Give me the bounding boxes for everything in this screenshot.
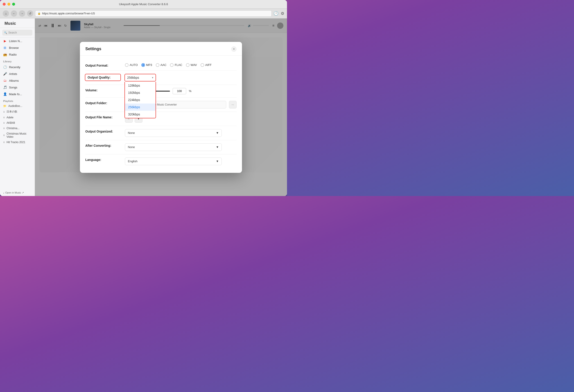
search-box[interactable]: 🔍 Search xyxy=(2,30,32,36)
format-radio-group: AUTO MP3 xyxy=(125,63,212,67)
playlist-icon: ≡ xyxy=(3,141,5,144)
output-organized-select[interactable]: None ▼ xyxy=(125,129,222,137)
playlist-label: Hit Tracks 2021 xyxy=(6,141,25,144)
format-aac[interactable]: AAC xyxy=(156,63,166,67)
flac-label: FLAC xyxy=(175,63,182,67)
browser-right-icons: 🕐 ⚙ xyxy=(273,11,284,16)
url-bar[interactable]: 🔒 https://music.apple.com/us/browse?l=en… xyxy=(35,10,272,17)
playlists-section-header: Playlists xyxy=(0,98,35,103)
close-button[interactable] xyxy=(3,3,6,6)
volume-input[interactable] xyxy=(173,88,186,94)
settings-dialog: Settings × Output Format: xyxy=(80,42,242,173)
format-mp3[interactable]: MP3 xyxy=(141,63,152,67)
quality-320kbps[interactable]: 320kbps xyxy=(125,111,156,118)
history-icon[interactable]: 🕐 xyxy=(273,11,278,16)
format-wav[interactable]: WAV xyxy=(186,63,197,67)
window-title: Ukeysoft Apple Music Converter 8.6.6 xyxy=(119,2,168,6)
wav-label: WAV xyxy=(191,63,197,67)
dialog-close-button[interactable]: × xyxy=(231,46,237,52)
sidebar-item-recently[interactable]: 🕐 Recently xyxy=(0,64,35,70)
playlist-label: Adele xyxy=(6,116,14,119)
output-quality-row: Output Quality: 256kbps ▾ 128kbp xyxy=(85,71,237,85)
reload-button[interactable]: ↺ xyxy=(27,10,33,17)
music-brand-label: Music xyxy=(4,21,16,26)
output-organized-label: Output Organized: xyxy=(85,129,121,133)
songs-icon: 🎵 xyxy=(3,85,7,89)
sidebar-item-label: Albums xyxy=(9,79,19,82)
url-text: https://music.apple.com/us/browse?l=en-U… xyxy=(42,12,95,15)
sidebar-item-akb48[interactable]: ≡ AKB48 xyxy=(0,120,35,126)
quality-dropdown-menu: 128kbps 192kbps 224kbps 256kbps 320kbps xyxy=(124,82,156,118)
output-quality-label: Output Quality: xyxy=(85,74,121,81)
output-format-label: Output Format: xyxy=(85,63,121,67)
wav-radio-circle xyxy=(186,63,189,67)
format-flac[interactable]: FLAC xyxy=(170,63,182,67)
folder-browse-button[interactable]: ··· xyxy=(229,101,237,108)
quality-192kbps[interactable]: 192kbps xyxy=(125,89,156,96)
sidebar-item-listen-now[interactable]: ▶ Listen N... xyxy=(0,38,35,44)
aiff-label: AIFF xyxy=(205,63,212,67)
ellipsis-icon: ··· xyxy=(232,103,234,106)
forward-button[interactable]: → xyxy=(19,10,25,17)
sidebar-item-artists[interactable]: 🎤 Artists xyxy=(0,70,35,77)
mp3-radio-circle xyxy=(141,63,145,67)
format-aiff[interactable]: AIFF xyxy=(201,63,212,67)
close-icon: × xyxy=(233,47,235,51)
recently-icon: 🕐 xyxy=(3,65,7,69)
sidebar-item-japanese[interactable]: ≡ 日本の歌 xyxy=(0,109,35,115)
volume-label: Volume: xyxy=(85,88,121,92)
quality-dropdown[interactable]: 256kbps ▾ xyxy=(124,74,156,81)
sidebar-item-label: Made fo... xyxy=(9,93,22,96)
sidebar-item-made-for[interactable]: 👤 Made fo... xyxy=(0,91,35,98)
output-format-control: AUTO MP3 xyxy=(125,63,237,67)
lock-icon: 🔒 xyxy=(38,12,41,15)
sidebar-item-christmas-video[interactable]: ≡ Christmas Music Video xyxy=(0,131,35,139)
quality-256kbps[interactable]: 256kbps xyxy=(125,103,156,111)
sidebar-item-label: Listen N... xyxy=(9,39,22,43)
open-in-music-icon: ♪ xyxy=(3,192,4,194)
quality-128kbps[interactable]: 128kbps xyxy=(125,82,156,89)
playlist-label: AKB48 xyxy=(6,121,15,124)
sidebar-item-browse[interactable]: ⊞ Browse xyxy=(0,44,35,51)
sidebar-item-audiobooks[interactable]: 📁 AudioBoo... xyxy=(0,103,35,109)
playlist-icon: ≡ xyxy=(3,134,5,137)
sidebar-item-christmas[interactable]: ≡ Christma... xyxy=(0,126,35,131)
language-select[interactable]: English ▼ xyxy=(125,157,222,165)
sidebar-item-albums[interactable]: 🗂 Albums xyxy=(0,77,35,84)
quality-selected-value: 256kbps xyxy=(127,76,139,79)
minimize-button[interactable] xyxy=(7,3,10,6)
maximize-button[interactable] xyxy=(12,3,15,6)
after-converting-select[interactable]: None ▼ xyxy=(125,143,222,151)
sidebar-item-adele[interactable]: ≡ Adele xyxy=(0,115,35,120)
playlist-icon: ≡ xyxy=(3,121,5,124)
sidebar-item-label: Browse xyxy=(9,46,19,50)
after-converting-control: None ▼ xyxy=(125,143,237,151)
language-label: Language: xyxy=(85,157,121,162)
home-button[interactable]: ⌂ xyxy=(3,10,9,17)
listen-now-icon: ▶ xyxy=(3,39,7,43)
auto-label: AUTO xyxy=(130,63,138,67)
aiff-radio-circle xyxy=(201,63,204,67)
settings-icon[interactable]: ⚙ xyxy=(281,11,284,16)
mp3-radio-dot xyxy=(142,64,144,66)
language-control: English ▼ xyxy=(125,157,237,165)
radio-icon: 📻 xyxy=(3,53,7,56)
sidebar-item-radio[interactable]: 📻 Radio xyxy=(0,51,35,58)
open-in-music-link[interactable]: ♪ Open in Music ↗ xyxy=(0,190,35,196)
traffic-lights xyxy=(3,3,15,6)
aac-label: AAC xyxy=(161,63,166,67)
back-button[interactable]: ← xyxy=(11,10,17,17)
sidebar-item-label: Songs xyxy=(9,86,17,89)
sidebar-item-label: Artists xyxy=(9,72,17,76)
sidebar-item-hit-tracks[interactable]: ≡ Hit Tracks 2021 xyxy=(0,139,35,145)
format-auto[interactable]: AUTO xyxy=(125,63,138,67)
output-organized-row: Output Organized: None ▼ xyxy=(85,126,237,140)
sidebar-item-songs[interactable]: 🎵 Songs xyxy=(0,84,35,91)
mp3-label: MP3 xyxy=(146,63,152,67)
after-converting-chevron-icon: ▼ xyxy=(216,145,219,149)
search-icon: 🔍 xyxy=(4,31,7,34)
language-chevron-icon: ▼ xyxy=(216,159,219,163)
dialog-body: Output Format: AUTO xyxy=(80,56,242,173)
albums-icon: 🗂 xyxy=(3,79,7,82)
quality-224kbps[interactable]: 224kbps xyxy=(125,96,156,103)
